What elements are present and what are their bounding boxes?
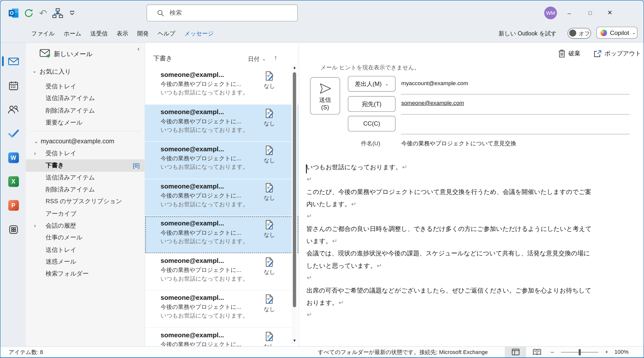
ribbon-tab[interactable]: メッセージ: [184, 30, 214, 38]
folder-item[interactable]: 検索フォルダー: [26, 268, 145, 280]
folder-item[interactable]: アーカイブ: [26, 208, 145, 220]
folder-item[interactable]: 削除済みアイテム: [26, 104, 145, 116]
discard-button[interactable]: 破棄: [558, 48, 580, 59]
folder-item[interactable]: 送信済みアイテム: [26, 92, 145, 104]
copilot-button[interactable]: Copilot ⌄: [596, 27, 638, 39]
sidebar-item-todo[interactable]: [8, 128, 19, 139]
message-list-item[interactable]: someone@exampl... 今後の業務やプロジェクトに... いつもお世…: [145, 104, 298, 142]
body-line-text: いつもお世話になっております。: [306, 164, 402, 170]
folder-item[interactable]: 削除済みアイテム: [26, 184, 145, 196]
folder-item[interactable]: 受信トレイ: [26, 80, 145, 92]
sidebar-item-powerpoint[interactable]: P: [8, 200, 19, 211]
mail-icon: [8, 58, 19, 65]
send-button[interactable]: 送信 (S): [310, 77, 340, 114]
message-list-item[interactable]: someone@exampl... 今後の業務やプロジェクトに... いつもお世…: [145, 290, 298, 328]
popout-button[interactable]: ポップアウト: [594, 48, 641, 59]
from-value[interactable]: myaccount@example.com: [402, 80, 468, 86]
close-button[interactable]: ✕: [602, 6, 618, 20]
new-outlook-toggle[interactable]: オフ: [568, 28, 591, 39]
folder-item[interactable]: › 受信トレイ: [26, 148, 145, 160]
message-list-pane: 下書き 日付 ⌄ ↑ someone@exampl... 今後の業務やプロジェク…: [145, 43, 299, 346]
favorites-section-header[interactable]: ⌄ お気に入り: [26, 66, 145, 77]
new-mail-button[interactable]: 新しいメール: [26, 47, 145, 62]
message-list-item[interactable]: someone@exampl... 今後の業務やプロジェクトに... いつもお世…: [145, 328, 298, 346]
chevron-down-icon[interactable]: ⌄: [262, 56, 266, 62]
message-list-item[interactable]: someone@exampl... 今後の業務やプロジェクトに... いつもお世…: [145, 68, 298, 104]
message-list-item[interactable]: someone@exampl... 今後の業務やプロジェクトに... いつもお世…: [145, 179, 298, 216]
to-button[interactable]: 宛先(T): [348, 96, 396, 112]
ribbon-tab[interactable]: 表示: [116, 30, 128, 38]
folder-item[interactable]: 重要なメール: [26, 116, 145, 128]
to-recipient-link[interactable]: someone@example.com: [402, 100, 464, 106]
folder-item[interactable]: 送信済みアイテム: [26, 172, 145, 184]
message-list-item[interactable]: someone@exampl... 今後の業務やプロジェクトに... いつもお世…: [145, 253, 298, 290]
sidebar-item-more-apps[interactable]: [8, 224, 19, 235]
ribbon-tab[interactable]: ファイル: [31, 30, 55, 38]
subject-value[interactable]: 今後の業務やプロジェクトについて意見交換: [402, 140, 516, 148]
reading-mode-button[interactable]: [529, 347, 545, 358]
undo-button[interactable]: ↶: [38, 8, 49, 19]
ribbon-tab[interactable]: 送受信: [90, 30, 108, 38]
zoom-in-button[interactable]: +: [605, 349, 608, 355]
folder-item[interactable]: 仕事のメール: [26, 232, 145, 244]
title-bar: O ↶: [0, 0, 644, 25]
date-badge: なし: [261, 157, 278, 164]
send-receive-button[interactable]: [23, 8, 34, 19]
org-chart-button[interactable]: [52, 8, 63, 19]
customize-toolbar-button[interactable]: [66, 8, 78, 19]
scroll-down-icon[interactable]: ▼: [292, 338, 297, 342]
favorites-title: お気に入り: [40, 68, 71, 76]
chevron-down-overline-icon: [69, 10, 75, 16]
ribbon-tab-label: 表示: [116, 30, 128, 36]
sort-by-button[interactable]: 日付: [248, 56, 260, 63]
zoom-level[interactable]: 100%: [614, 349, 629, 355]
message-subject: 今後の業務やプロジェクトに...: [160, 229, 242, 237]
folder-item[interactable]: 下書き [8]: [26, 160, 145, 172]
popout-label: ポップアウト: [604, 50, 641, 57]
sync-status: すべてのフォルダーが最新の状態です。: [318, 349, 419, 356]
sidebar-item-calendar[interactable]: [8, 80, 19, 91]
message-list-item[interactable]: someone@exampl... 今後の業務やプロジェクトに... いつもお世…: [145, 216, 298, 253]
draft-icon: [265, 182, 274, 192]
search-input[interactable]: 検索: [146, 4, 298, 21]
search-placeholder: 検索: [170, 9, 182, 17]
scroll-up-icon[interactable]: ▲: [292, 66, 297, 70]
sort-direction-button[interactable]: ↑: [274, 54, 277, 62]
ribbon-tab[interactable]: ヘルプ: [158, 30, 176, 38]
return-mark-icon: ↵: [377, 262, 382, 269]
sidebar-item-mail[interactable]: [8, 56, 19, 67]
message-subject: 今後の業務やプロジェクトに...: [160, 304, 242, 311]
folder-item[interactable]: › 会話の履歴: [26, 220, 145, 232]
list-title: 下書き: [153, 54, 172, 63]
folder-item[interactable]: 送信トレイ: [26, 244, 145, 256]
date-badge: なし: [261, 120, 278, 127]
message-list-item[interactable]: someone@exampl... 今後の業務やプロジェクトに... いつもお世…: [145, 142, 298, 179]
zoom-slider-thumb[interactable]: [578, 349, 580, 356]
folder-label: 送信トレイ: [46, 246, 76, 254]
cc-button[interactable]: CC(C): [348, 116, 396, 132]
ribbon-tab[interactable]: ホーム: [64, 30, 81, 38]
ribbon-tab[interactable]: 開発: [137, 30, 149, 38]
message-subject: 今後の業務やプロジェクトに...: [160, 118, 242, 125]
avatar[interactable]: WM: [544, 6, 557, 19]
folder-item[interactable]: 迷惑メール: [26, 256, 145, 268]
message-sender: someone@exampl...: [160, 331, 224, 339]
reading-pane-view-button[interactable]: [505, 347, 526, 358]
message-body-editor[interactable]: いつもお世話になっております。↵↵このたび、今後の業務やプロジェクトについて意見…: [306, 163, 635, 323]
maximize-button[interactable]: □: [582, 6, 598, 20]
sidebar-item-excel[interactable]: X: [8, 176, 19, 187]
outlook-logo-icon[interactable]: O: [8, 8, 20, 19]
todo-check-icon: [8, 129, 19, 137]
list-scrollbar[interactable]: ▲ ▼: [292, 64, 297, 344]
folder-item[interactable]: RSS のサブスクリプション: [26, 196, 145, 208]
body-line-text: 内いたします。: [306, 200, 351, 208]
scrollbar-thumb[interactable]: [293, 72, 296, 307]
sidebar-item-people[interactable]: [8, 104, 19, 115]
minimize-button[interactable]: –: [561, 6, 578, 20]
from-button[interactable]: 差出人(M) ⌄: [348, 76, 396, 92]
message-meta: なし: [261, 294, 278, 313]
zoom-out-button[interactable]: –: [551, 349, 554, 355]
account-section-header[interactable]: ⌄ myaccount@example.com: [26, 136, 145, 148]
folder-label: 削除済みアイテム: [46, 106, 95, 114]
sidebar-item-word[interactable]: W: [8, 152, 19, 163]
